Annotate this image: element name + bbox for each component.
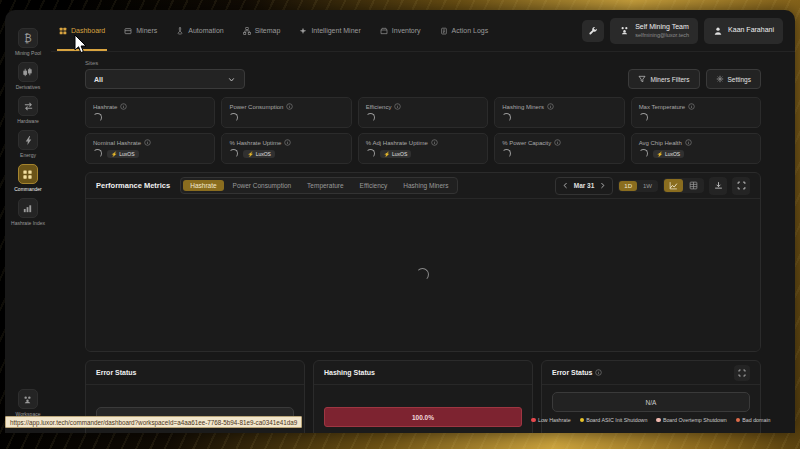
sparkle-icon <box>299 27 307 35</box>
sidebar-item-energy[interactable]: Energy <box>18 130 38 158</box>
bolt-icon: ⚡ <box>247 151 253 157</box>
info-icon[interactable] <box>547 103 554 110</box>
bolt-icon: ⚡ <box>384 151 390 157</box>
workspace-icon <box>18 389 38 409</box>
metric-card-adj-hashrate-uptime: % Adj Hashrate Uptime ⚡LuxOS <box>358 133 488 164</box>
hashing-status-panel: Hashing Status 100.0% <box>313 360 533 433</box>
performance-metrics-panel: Performance Metrics Hashrate Power Consu… <box>85 172 761 352</box>
legend-item-board-asic-init-shutdown: Board ASIC Init Shutdown <box>580 417 648 423</box>
sites-dropdown[interactable]: All <box>85 69 245 89</box>
nav-tab-intelligent-miner[interactable]: Intelligent Miner <box>299 10 360 51</box>
legend-item-bad-domain: Bad domain <box>736 417 771 423</box>
team-email: selfmining@luxor.tech <box>635 32 689 38</box>
sitemap-icon <box>243 27 251 35</box>
range-1d-button[interactable]: 1D <box>619 181 637 191</box>
error-status-panel-right: Error Status N/A Low Hashrate Board ASIC… <box>541 360 761 433</box>
sidebar-item-hashrate-index[interactable]: Hashrate Index <box>11 198 45 226</box>
badge-label: LuxOS <box>665 151 680 157</box>
bitcoin-glyph: ₿ <box>24 33 31 44</box>
loading-spinner <box>366 149 375 158</box>
luxos-badge: ⚡LuxOS <box>653 150 685 158</box>
user-menu[interactable]: Kaan Farahani <box>704 18 783 44</box>
nav-tab-label: Automation <box>188 27 223 34</box>
range-toggle: 1D 1W <box>618 180 658 192</box>
sidebar-item-mining-pool[interactable]: ₿ Mining Pool <box>15 28 41 56</box>
app-window: ₿ Mining Pool Derivatives Hardware Energ… <box>5 10 795 433</box>
loading-spinner <box>639 113 648 122</box>
team-selector[interactable]: Self Mining Team selfmining@luxor.tech <box>610 18 698 44</box>
info-icon[interactable] <box>284 139 291 146</box>
info-icon[interactable] <box>120 103 127 110</box>
sidebar-item-label: Mining Pool <box>15 50 41 56</box>
legend-dot <box>531 418 536 423</box>
tab-efficiency[interactable]: Efficiency <box>353 180 395 191</box>
table-view-button[interactable] <box>684 179 703 192</box>
luxos-badge: ⚡LuxOS <box>243 150 275 158</box>
download-icon <box>714 181 723 190</box>
sidebar-item-workspace[interactable]: Workspace <box>16 389 41 417</box>
tab-hashing-miners[interactable]: Hashing Miners <box>396 180 455 191</box>
nav-tab-action-logs[interactable]: Action Logs <box>440 10 489 51</box>
legend-dot <box>736 418 741 423</box>
tab-temperature[interactable]: Temperature <box>300 180 351 191</box>
bar-chart-icon <box>18 198 38 218</box>
metric-card-power-capacity: % Power Capacity <box>494 133 624 164</box>
info-icon[interactable] <box>286 103 293 110</box>
inventory-box-icon <box>380 27 388 35</box>
top-nav: Dashboard Miners Automation Sitemap Inte… <box>59 10 488 51</box>
wrench-button[interactable] <box>582 20 604 42</box>
nav-tab-miners[interactable]: Miners <box>124 10 157 51</box>
download-button[interactable] <box>709 177 727 195</box>
chart-controls: Mar 31 1D 1W <box>555 177 750 195</box>
topbar-right: Self Mining Team selfmining@luxor.tech K… <box>582 10 783 51</box>
chart-view-button[interactable] <box>664 179 683 192</box>
nav-tab-label: Action Logs <box>452 27 489 34</box>
luxos-badge: ⚡LuxOS <box>380 150 412 158</box>
range-1w-button[interactable]: 1W <box>638 181 657 191</box>
nav-tab-label: Dashboard <box>71 27 105 34</box>
filters-row: All Miners Filters Settings <box>85 69 761 89</box>
info-icon[interactable] <box>431 139 438 146</box>
nav-tab-automation[interactable]: Automation <box>176 10 223 51</box>
nav-tab-dashboard[interactable]: Dashboard <box>59 10 105 51</box>
fullscreen-button[interactable] <box>732 177 750 195</box>
bitcoin-icon: ₿ <box>18 28 38 48</box>
filter-funnel-icon <box>638 75 646 83</box>
fullscreen-icon <box>738 369 746 377</box>
performance-metrics-header: Performance Metrics Hashrate Power Consu… <box>86 173 760 199</box>
metric-title: % Power Capacity <box>502 140 551 146</box>
info-icon[interactable] <box>595 369 602 376</box>
sidebar-item-label: Derivatives <box>16 84 41 90</box>
team-icon <box>619 25 630 36</box>
settings-label: Settings <box>728 76 752 83</box>
candlestick-chart-icon <box>18 62 38 82</box>
miners-filters-button[interactable]: Miners Filters <box>628 69 699 89</box>
panel-title: Error Status <box>96 369 136 376</box>
legend-label: Board ASIC Init Shutdown <box>586 417 647 423</box>
sidebar-item-derivatives[interactable]: Derivatives <box>16 62 41 90</box>
legend-item-low-hashrate: Low Hashrate <box>531 417 570 423</box>
info-icon[interactable] <box>688 103 695 110</box>
nav-tab-sitemap[interactable]: Sitemap <box>243 10 281 51</box>
expand-button[interactable] <box>734 365 750 381</box>
chevron-left-icon[interactable] <box>562 182 569 189</box>
main-column: Dashboard Miners Automation Sitemap Inte… <box>51 10 795 433</box>
info-icon[interactable] <box>394 103 401 110</box>
nav-tab-label: Inventory <box>392 27 421 34</box>
info-icon[interactable] <box>144 139 151 146</box>
info-icon[interactable] <box>554 139 561 146</box>
tab-hashrate[interactable]: Hashrate <box>183 180 223 191</box>
sidebar-item-commander[interactable]: Commander <box>14 164 42 192</box>
sidebar-item-hardware[interactable]: Hardware <box>17 96 39 124</box>
sidebar-item-label: Hardware <box>17 118 39 124</box>
nav-tab-inventory[interactable]: Inventory <box>380 10 421 51</box>
fullscreen-icon <box>737 181 746 190</box>
metric-card-hashrate-uptime: % Hashrate Uptime ⚡LuxOS <box>221 133 351 164</box>
chevron-right-icon[interactable] <box>599 182 606 189</box>
clipboard-icon <box>440 27 448 35</box>
tab-power-consumption[interactable]: Power Consumption <box>226 180 299 191</box>
hashing-status-bar: 100.0% <box>324 407 522 427</box>
badge-label: LuxOS <box>392 151 407 157</box>
info-icon[interactable] <box>685 139 692 146</box>
settings-button[interactable]: Settings <box>706 69 762 89</box>
